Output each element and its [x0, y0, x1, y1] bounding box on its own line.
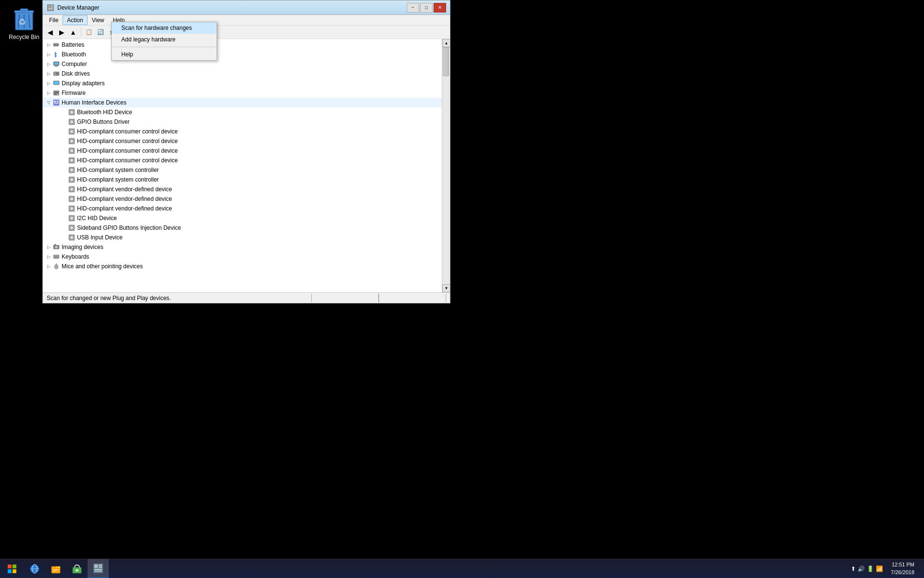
menu-item-add-legacy[interactable]: Add legacy hardware: [112, 34, 217, 45]
update-driver-button[interactable]: 🔄: [95, 27, 106, 38]
minimize-button[interactable]: −: [407, 3, 419, 13]
window-controls: − □ ✕: [407, 3, 446, 13]
svg-rect-64: [54, 244, 56, 246]
tree-item-keyboards[interactable]: ▷ Keyboards: [43, 252, 442, 262]
tree-item-disk-drives[interactable]: ▷ Disk drives: [43, 69, 442, 79]
expand-hid[interactable]: ▽: [45, 99, 52, 106]
svg-rect-87: [53, 571, 57, 572]
tree-item-hid-1[interactable]: Bluetooth HID Device: [43, 107, 442, 117]
expand-firmware[interactable]: ▷: [45, 89, 52, 97]
menu-file[interactable]: File: [45, 15, 63, 25]
hid-category-icon: [52, 99, 60, 106]
scrollbar-thumb[interactable]: [443, 47, 449, 76]
svg-point-38: [70, 120, 73, 123]
svg-text:ᛒ: ᛒ: [54, 52, 57, 58]
expand-bluetooth[interactable]: ▷: [45, 51, 52, 58]
tree-item-hid-12[interactable]: I2C HID Device: [43, 213, 442, 223]
tree-item-display-adapters[interactable]: ▷ Display adapters: [43, 79, 442, 88]
recycle-bin-label: Recycle Bin: [9, 34, 39, 40]
tree-item-hid-11[interactable]: HID-compliant vendor-defined device: [43, 204, 442, 213]
tree-item-computer[interactable]: ▷ Computer: [43, 59, 442, 69]
scroll-down-button[interactable]: ▼: [442, 284, 450, 292]
store-icon: [72, 564, 82, 574]
tree-item-hid-7[interactable]: HID-compliant system controller: [43, 165, 442, 175]
taskbar-icon-ie[interactable]: [24, 559, 45, 578]
tree-item-mice[interactable]: ▷ Mice and other pointing devices: [43, 262, 442, 271]
svg-rect-25: [54, 81, 59, 84]
device-manager-window: Device Manager − □ ✕ File Action View He…: [42, 0, 450, 303]
expand-batteries[interactable]: ▷: [45, 41, 52, 49]
svg-rect-2: [20, 9, 28, 11]
tree-item-hid-4[interactable]: HID-compliant consumer control device: [43, 136, 442, 146]
scrollbar-track[interactable]: [442, 47, 450, 284]
tree-item-hid-10[interactable]: HID-compliant vendor-defined device: [43, 194, 442, 204]
svg-rect-12: [48, 10, 53, 10]
clock[interactable]: 12:51 PM 7/26/2018: [886, 561, 919, 576]
keyboards-label: Keyboards: [62, 253, 89, 260]
keyboards-icon: [52, 253, 60, 261]
tree-item-hid-2[interactable]: GPIO Buttons Driver: [43, 117, 442, 127]
start-button[interactable]: [0, 559, 24, 578]
svg-point-52: [70, 188, 73, 191]
svg-point-44: [70, 149, 73, 152]
wifi-icon[interactable]: 📶: [876, 565, 883, 572]
forward-button[interactable]: ▶: [56, 27, 67, 38]
close-button[interactable]: ✕: [434, 3, 446, 13]
tree-item-hid-6[interactable]: HID-compliant consumer control device: [43, 156, 442, 165]
menu-item-scan[interactable]: Scan for hardware changes: [112, 22, 217, 34]
tree-view[interactable]: ▷ Batteries ▷ ᛒ Bluetooth: [43, 39, 442, 292]
tree-item-hid-9[interactable]: HID-compliant vendor-defined device: [43, 184, 442, 194]
tree-item-batteries[interactable]: ▷ Batteries: [43, 40, 442, 50]
recycle-bin[interactable]: ♻ Recycle Bin: [5, 5, 43, 40]
hid-device-icon-3: [68, 128, 76, 135]
tree-item-imaging[interactable]: ▷ Imaging devices: [43, 242, 442, 252]
hid-device-12-label: I2C HID Device: [77, 215, 117, 222]
svg-rect-70: [57, 256, 58, 257]
tree-item-hid-8[interactable]: HID-compliant system controller: [43, 175, 442, 184]
network-icon[interactable]: ⬆: [851, 565, 856, 572]
tree-item-hid-13[interactable]: Sideband GPIO Buttons Injection Device: [43, 223, 442, 233]
taskbar-icon-files[interactable]: [45, 559, 66, 578]
menu-view[interactable]: View: [88, 15, 109, 25]
up-button[interactable]: ▲: [68, 27, 78, 38]
display-adapters-icon: [52, 79, 60, 87]
expand-keyboards[interactable]: ▷: [45, 253, 52, 261]
menu-item-help[interactable]: Help: [112, 49, 217, 60]
volume-icon[interactable]: 🔊: [858, 565, 865, 572]
svg-rect-32: [56, 101, 59, 102]
expand-disk-drives[interactable]: ▷: [45, 70, 52, 78]
svg-point-42: [70, 140, 73, 143]
hid-device-8-label: HID-compliant system controller: [77, 176, 159, 183]
hid-device-icon-8: [68, 176, 76, 184]
scroll-up-button[interactable]: ▲: [442, 39, 450, 47]
hid-device-icon-12: [68, 214, 76, 222]
svg-rect-8: [48, 5, 51, 8]
back-button[interactable]: ◀: [45, 27, 55, 38]
tree-item-hid-3[interactable]: HID-compliant consumer control device: [43, 127, 442, 136]
tree-item-hid-14[interactable]: USB Input Device: [43, 233, 442, 242]
tree-item-hid[interactable]: ▽ Human Interface Devices: [43, 98, 442, 107]
taskbar-icon-devmgr[interactable]: [88, 559, 109, 578]
tree-item-firmware[interactable]: ▷ Firmware: [43, 88, 442, 98]
statusbar: Scan for changed or new Plug and Play de…: [43, 292, 450, 303]
expand-mice[interactable]: ▷: [45, 263, 52, 270]
hid-device-icon-11: [68, 205, 76, 212]
menu-action[interactable]: Action: [63, 15, 87, 25]
expand-computer[interactable]: ▷: [45, 60, 52, 68]
battery-icon[interactable]: 🔋: [867, 565, 874, 572]
expand-display-adapters[interactable]: ▷: [45, 79, 52, 87]
hid-device-icon-10: [68, 195, 76, 203]
maximize-button[interactable]: □: [420, 3, 433, 13]
properties-button[interactable]: 📋: [84, 27, 94, 38]
tree-item-bluetooth[interactable]: ▷ ᛒ Bluetooth: [43, 50, 442, 59]
taskbar-icon-store[interactable]: [66, 559, 88, 578]
tree-item-hid-5[interactable]: HID-compliant consumer control device: [43, 146, 442, 156]
svg-rect-18: [54, 63, 58, 65]
svg-rect-67: [53, 255, 59, 259]
batteries-label: Batteries: [62, 41, 84, 48]
expand-imaging[interactable]: ▷: [45, 243, 52, 251]
svg-rect-9: [51, 5, 53, 6]
mice-icon: [52, 263, 60, 270]
bluetooth-label: Bluetooth: [62, 51, 86, 58]
vertical-scrollbar[interactable]: ▲ ▼: [442, 39, 450, 292]
